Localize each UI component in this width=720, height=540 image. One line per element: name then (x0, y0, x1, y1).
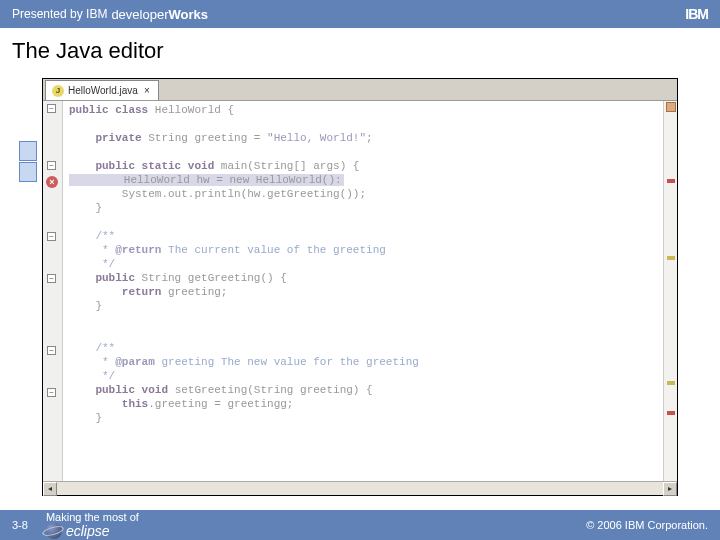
code-line: /** (69, 342, 663, 356)
slide-header: Presented by IBM developerWorks IBM (0, 0, 720, 28)
header-left: Presented by IBM developerWorks (12, 7, 208, 22)
editor-body: − − × − − − − public class HelloWorld { … (43, 101, 677, 481)
code-line: public class HelloWorld { (69, 104, 663, 118)
footer-subtitle: Making the most of eclipse (46, 511, 139, 539)
ruler-warning-mark[interactable] (667, 256, 675, 260)
ibm-logo: IBM (685, 6, 708, 22)
code-line: * @return The current value of the greet… (69, 244, 663, 258)
page-number: 3-8 (12, 519, 28, 531)
copyright-label: © 2006 IBM Corporation. (586, 519, 708, 531)
horizontal-scrollbar[interactable]: ◂ ▸ (43, 481, 677, 495)
code-line: */ (69, 258, 663, 272)
folding-guide-external (19, 141, 41, 183)
code-line (69, 216, 663, 230)
code-line: } (69, 412, 663, 426)
code-line: /** (69, 230, 663, 244)
fold-toggle-icon[interactable]: − (47, 274, 56, 283)
ruler-warning-mark[interactable] (667, 381, 675, 385)
code-line: */ (69, 370, 663, 384)
slide-footer: 3-8 Making the most of eclipse © 2006 IB… (0, 510, 720, 540)
code-line: * @param greeting The new value for the … (69, 356, 663, 370)
fold-toggle-icon[interactable]: − (47, 388, 56, 397)
scroll-right-icon[interactable]: ▸ (663, 482, 677, 496)
code-line (69, 146, 663, 160)
presented-by-label: Presented by IBM (12, 7, 107, 21)
code-text-area[interactable]: public class HelloWorld { private String… (63, 101, 663, 481)
java-file-icon: J (52, 85, 64, 97)
guide-block (19, 141, 37, 161)
code-line: } (69, 300, 663, 314)
code-line (69, 314, 663, 328)
guide-block (19, 162, 37, 182)
code-line: public void setGreeting(String greeting)… (69, 384, 663, 398)
code-line: public static void main(String[] args) { (69, 160, 663, 174)
developerworks-brand: developerWorks (111, 7, 208, 22)
code-line: } (69, 202, 663, 216)
error-marker-icon[interactable]: × (46, 176, 58, 188)
code-line (69, 118, 663, 132)
overview-ruler[interactable] (663, 101, 677, 481)
page-title: The Java editor (0, 28, 720, 70)
eclipse-logo: eclipse (46, 523, 139, 539)
code-line: public String getGreeting() { (69, 272, 663, 286)
fold-toggle-icon[interactable]: − (47, 161, 56, 170)
eclipse-orb-icon (46, 523, 62, 539)
scroll-track[interactable] (57, 482, 663, 495)
scroll-left-icon[interactable]: ◂ (43, 482, 57, 496)
code-line: System.out.println(hw.getGreeting()); (69, 188, 663, 202)
code-line: return greeting; (69, 286, 663, 300)
eclipse-editor-window: J HelloWorld.java × − − × − − − − public… (42, 78, 678, 496)
tab-filename: HelloWorld.java (68, 85, 138, 96)
footer-left: 3-8 Making the most of eclipse (12, 511, 139, 539)
fold-toggle-icon[interactable]: − (47, 232, 56, 241)
fold-toggle-icon[interactable]: − (47, 346, 56, 355)
fold-toggle-icon[interactable]: − (47, 104, 56, 113)
editor-tab[interactable]: J HelloWorld.java × (45, 80, 159, 100)
close-icon[interactable]: × (142, 86, 152, 96)
ruler-error-mark[interactable] (667, 179, 675, 183)
left-gutter[interactable]: − − × − − − − (43, 101, 63, 481)
code-line: HelloWorld hw = new HelloWorld(): (69, 174, 663, 188)
code-line: private String greeting = "Hello, World!… (69, 132, 663, 146)
code-line (69, 328, 663, 342)
ruler-status-icon (666, 102, 676, 112)
code-line: this.greeting = greetingg; (69, 398, 663, 412)
editor-tab-bar: J HelloWorld.java × (43, 79, 677, 101)
ruler-error-mark[interactable] (667, 411, 675, 415)
